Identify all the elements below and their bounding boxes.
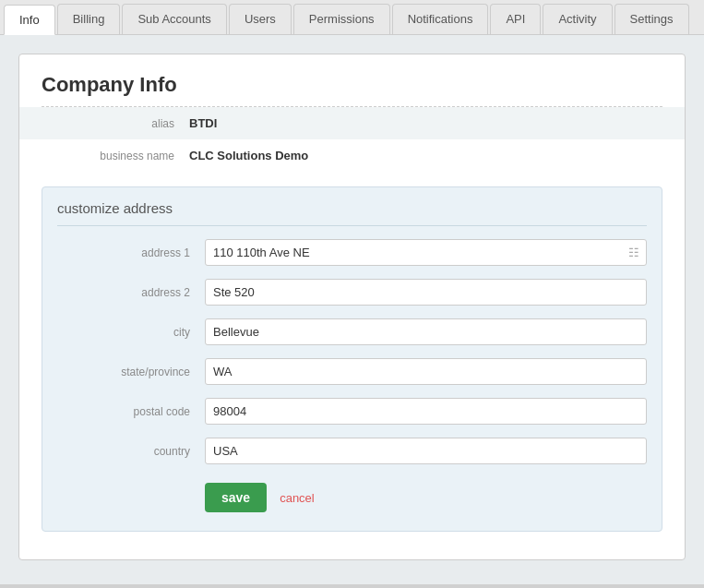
address-lookup-icon[interactable]: ☷ bbox=[628, 246, 639, 259]
tab-bar: Info Billing Sub Accounts Users Permissi… bbox=[0, 0, 704, 35]
cancel-button[interactable]: cancel bbox=[280, 491, 315, 505]
address1-input[interactable] bbox=[205, 239, 647, 266]
city-input[interactable] bbox=[205, 318, 647, 345]
page-title: Company Info bbox=[42, 73, 662, 97]
alias-label: alias bbox=[42, 117, 189, 130]
address2-input[interactable] bbox=[205, 279, 647, 306]
page-content: Company Info alias BTDI business name CL… bbox=[0, 35, 704, 584]
business-name-label: business name bbox=[42, 150, 189, 162]
tab-billing[interactable]: Billing bbox=[57, 4, 121, 34]
address-section-title: customize address bbox=[57, 200, 647, 226]
action-row: save cancel bbox=[57, 483, 647, 512]
tab-info[interactable]: Info bbox=[4, 5, 55, 35]
tab-activity[interactable]: Activity bbox=[543, 4, 612, 34]
business-name-row: business name CLC Solutions Demo bbox=[42, 139, 662, 172]
field-row-state: state/province bbox=[57, 358, 647, 385]
field-row-address1: address 1 ☷ bbox=[57, 239, 647, 266]
city-label: city bbox=[57, 326, 205, 339]
tab-permissions[interactable]: Permissions bbox=[293, 4, 390, 34]
address1-label: address 1 bbox=[57, 246, 205, 259]
info-section: alias BTDI business name CLC Solutions D… bbox=[42, 106, 662, 172]
address1-input-wrapper: ☷ bbox=[205, 239, 647, 266]
tab-users[interactable]: Users bbox=[229, 4, 292, 34]
company-info-card: Company Info alias BTDI business name CL… bbox=[18, 54, 686, 560]
tab-notifications[interactable]: Notifications bbox=[392, 4, 489, 34]
field-row-city: city bbox=[57, 318, 647, 345]
postal-input[interactable] bbox=[205, 398, 647, 425]
address-section: customize address address 1 ☷ address 2 … bbox=[42, 186, 662, 532]
field-row-country: country bbox=[57, 438, 647, 464]
save-button[interactable]: save bbox=[205, 483, 267, 512]
tab-settings[interactable]: Settings bbox=[615, 4, 689, 34]
country-label: country bbox=[57, 445, 205, 458]
field-row-address2: address 2 bbox=[57, 279, 647, 306]
alias-value: BTDI bbox=[189, 116, 217, 130]
address2-label: address 2 bbox=[57, 286, 205, 299]
tab-api[interactable]: API bbox=[490, 4, 541, 34]
state-input[interactable] bbox=[205, 358, 647, 385]
tab-sub-accounts[interactable]: Sub Accounts bbox=[122, 4, 227, 34]
country-input[interactable] bbox=[205, 438, 647, 464]
postal-label: postal code bbox=[57, 405, 205, 418]
business-name-value: CLC Solutions Demo bbox=[189, 149, 308, 162]
state-label: state/province bbox=[57, 366, 205, 378]
field-row-postal: postal code bbox=[57, 398, 647, 425]
alias-row: alias BTDI bbox=[19, 107, 685, 139]
